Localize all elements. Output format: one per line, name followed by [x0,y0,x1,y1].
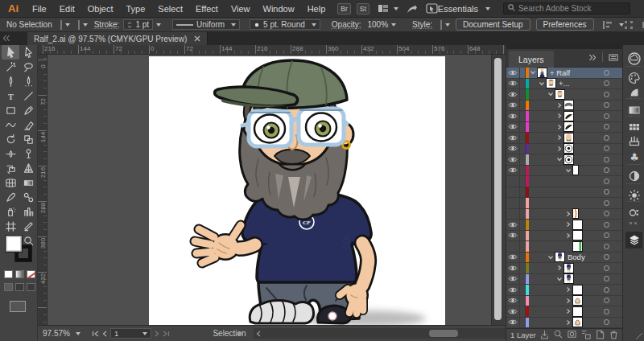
layer-row[interactable] [506,231,622,242]
target-circle[interactable] [604,124,609,129]
gradient-panel-icon[interactable] [625,101,642,118]
stroke-weight-chevron-icon[interactable] [156,23,161,27]
layer-row[interactable] [506,111,622,122]
layer-thumbnail[interactable] [564,154,574,165]
symbols-panel-icon[interactable]: ♣ [625,148,642,165]
layer-row-body[interactable]: Body [506,253,622,264]
preferences-button[interactable]: Preferences [536,18,594,31]
layer-row[interactable] [506,318,622,329]
target-circle[interactable] [604,157,609,162]
puppet-warp-tool[interactable] [19,146,37,161]
eraser-tool[interactable] [19,117,37,132]
expand-chevron-icon[interactable] [564,308,572,314]
rectangle-tool[interactable] [2,103,19,117]
lock-column[interactable] [520,198,526,208]
layer-thumbnail[interactable] [546,78,556,88]
column-graph-tool[interactable] [19,204,37,219]
layer-row[interactable] [506,154,622,166]
lock-column[interactable] [520,296,526,306]
lock-column[interactable] [520,111,526,121]
expand-chevron-icon[interactable] [555,113,564,119]
app-logo[interactable]: Ai [0,2,26,14]
target-circle[interactable] [604,200,609,206]
line-segment-tool[interactable] [19,88,37,103]
opacity-chevron-icon[interactable] [391,23,396,27]
menu-file[interactable]: File [26,4,53,14]
search-input[interactable]: Search Adobe Stock [503,2,630,14]
layers-tab[interactable]: Layers [509,51,554,68]
layer-row[interactable] [506,122,622,134]
slice-tool[interactable] [19,219,37,233]
layer-thumbnail[interactable] [564,273,574,284]
color-mode-button[interactable] [4,270,13,278]
expand-chevron-icon[interactable] [555,276,564,282]
shaper-tool[interactable] [2,117,19,132]
expand-chevron-icon[interactable] [555,156,564,162]
panel-menu-icon[interactable] [609,54,618,61]
layer-thumbnail[interactable] [572,317,583,327]
visibility-toggle[interactable] [506,220,520,230]
visibility-toggle[interactable] [506,89,520,100]
layer-row-ralf[interactable]: + Ralf [506,68,622,79]
lock-column[interactable] [520,253,526,263]
style-chevron-icon[interactable] [445,23,450,27]
layer-thumbnail[interactable] [564,133,574,143]
target-circle[interactable] [604,80,609,86]
visibility-toggle[interactable] [506,166,520,176]
gradient-tool[interactable] [19,175,37,190]
lock-column[interactable] [520,231,526,241]
target-circle[interactable] [604,276,609,281]
color-guide-panel-icon[interactable] [625,84,642,101]
menu-select[interactable]: Select [151,4,189,14]
stroke-weight-field[interactable]: 1 pt [123,19,153,30]
type-tool[interactable]: T [2,88,19,103]
layer-thumbnail[interactable] [572,285,583,295]
screen-mode-button[interactable] [10,301,26,312]
lock-column[interactable] [520,166,526,176]
fill-chevron-icon[interactable] [65,23,70,27]
layer-row[interactable] [506,296,622,307]
last-artboard-icon[interactable] [163,331,170,337]
visibility-toggle[interactable] [506,296,520,306]
target-circle[interactable] [604,135,609,141]
scroll-left-icon[interactable] [256,331,261,337]
scale-tool[interactable] [19,132,37,146]
visibility-toggle[interactable] [506,187,520,198]
style-swatch[interactable] [440,20,442,30]
vertical-scrollbar-thumb[interactable] [494,58,502,320]
target-circle[interactable] [604,92,609,97]
visibility-toggle[interactable] [506,122,520,133]
lock-column[interactable] [520,263,526,273]
lock-column[interactable] [520,318,526,328]
menu-view[interactable]: View [225,4,257,14]
creative-cloud-panel-icon[interactable] [625,50,642,67]
expand-chevron-icon[interactable] [547,254,555,261]
dock-group-header[interactable]: »× [625,220,642,226]
layer-row[interactable] [506,209,622,220]
mesh-tool[interactable] [2,175,19,190]
lock-column[interactable] [520,306,526,317]
lock-column[interactable] [520,154,526,165]
width-profile-dropdown[interactable]: Uniform [172,19,240,30]
width-tool[interactable] [2,146,19,161]
align-options-icon[interactable] [602,20,624,30]
layer-row[interactable] [506,198,622,209]
paintbrush-tool[interactable] [19,103,37,117]
layer-thumbnail[interactable] [572,165,579,175]
target-circle[interactable] [604,298,609,303]
artboard-tool[interactable] [2,219,19,233]
make-mask-icon[interactable] [567,329,577,341]
lock-column[interactable] [520,274,526,285]
draw-behind-button[interactable] [15,283,24,291]
visibility-toggle[interactable] [506,176,520,187]
workspace-switcher[interactable]: Essentials [438,4,490,14]
fill-swatch[interactable] [60,20,62,30]
layer-thumbnail[interactable] [572,241,583,252]
share-icon[interactable] [407,4,418,14]
visibility-toggle[interactable] [506,285,520,295]
graphic-styles-panel-icon[interactable] [625,204,642,221]
canvas-area[interactable]: CF [47,55,491,325]
resize-grip[interactable] [636,333,642,339]
lock-column[interactable] [520,133,526,143]
brush-definition-dropdown[interactable]: 5 pt. Round [250,19,320,30]
